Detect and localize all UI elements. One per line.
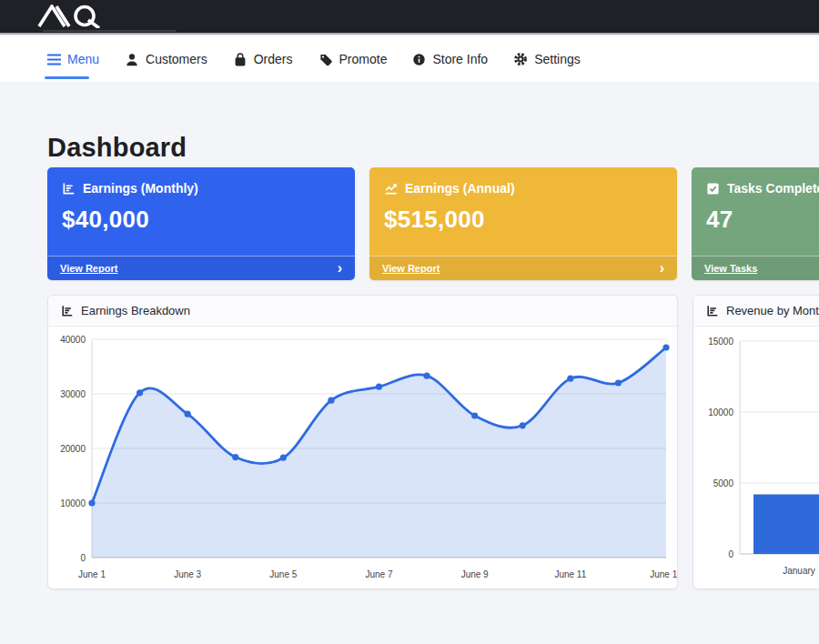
check-square-icon [706,182,720,196]
stat-card-value: $40,000 [47,196,355,234]
person-icon [125,53,139,66]
chevron-right-icon: › [338,261,342,276]
stat-card-earnings-monthly: Earnings (Monthly) $40,000 View Report › [47,167,355,280]
bar-chart-icon [62,182,76,196]
nav-item-promote[interactable]: Promote [318,52,388,66]
svg-text:June 13: June 13 [650,569,677,579]
stat-card-header: Earnings (Monthly) [47,167,355,196]
bag-icon [233,53,248,66]
stat-card-title: Earnings (Monthly) [83,181,198,196]
logo-underline [43,30,176,32]
svg-text:June 5: June 5 [269,569,297,579]
bar-chart-area: 050001000015000January [693,327,819,589]
svg-text:40000: 40000 [60,335,86,345]
line-chart-icon [384,182,398,196]
earnings-line-chart: 010000200003000040000June 1June 3June 5J… [48,327,677,589]
nav-label: Settings [534,52,581,66]
page-title: Dashboard [47,133,187,163]
stat-card-footer: View Report › [47,256,355,280]
svg-text:15000: 15000 [708,337,733,347]
brand-logo-icon[interactable] [36,5,102,28]
dashboard-screen: Menu Customers Orders Promote [0,0,819,644]
view-report-link[interactable]: View Report [60,263,117,274]
revenue-by-month-card: Revenue by Month 050001000015000January [693,295,819,589]
nav-item-customers[interactable]: Customers [125,52,207,66]
tag-icon [318,53,333,66]
nav-label: Orders [254,52,293,66]
chart-card-header: Earnings Breakdown [48,296,677,327]
svg-text:5000: 5000 [713,478,734,488]
gear-icon [513,52,528,66]
charts-row: Earnings Breakdown 010000200003000040000… [47,295,819,589]
stat-card-title: Tasks Completed [727,181,819,196]
stat-card-earnings-annual: Earnings (Annual) $515,000 View Report › [369,167,677,280]
svg-text:30000: 30000 [60,389,86,399]
view-report-link[interactable]: View Report [382,263,440,274]
main-nav: Menu Customers Orders Promote [0,36,819,82]
chevron-right-icon: › [660,261,664,276]
nav-item-orders[interactable]: Orders [233,52,293,66]
bar-chart-icon [706,305,719,317]
svg-text:0: 0 [728,549,733,559]
stat-card-header: Earnings (Annual) [369,167,677,196]
svg-text:June 11: June 11 [554,569,586,579]
svg-text:June 3: June 3 [174,569,201,579]
stat-card-footer: View Report › [369,256,677,280]
nav-item-menu[interactable]: Menu [47,52,99,66]
nav-label: Store Info [432,52,488,66]
bar-chart-icon [61,305,74,317]
nav-label: Promote [339,52,388,66]
hamburger-icon [47,54,61,65]
stat-cards-row: Earnings (Monthly) $40,000 View Report ›… [47,167,819,280]
svg-text:10000: 10000 [60,498,86,508]
info-icon [412,53,426,66]
svg-text:June 7: June 7 [365,569,392,579]
nav-item-settings[interactable]: Settings [513,52,581,66]
svg-text:June 9: June 9 [461,569,489,579]
stat-card-footer: View Tasks › [692,256,819,280]
svg-text:10000: 10000 [708,408,733,418]
nav-item-store-info[interactable]: Store Info [412,52,488,66]
chart-title: Revenue by Month [726,304,819,317]
nav-label: Customers [146,52,207,66]
active-tab-underline [45,76,89,79]
revenue-bar-chart: 050001000015000January [693,327,819,589]
earnings-breakdown-card: Earnings Breakdown 010000200003000040000… [47,295,678,589]
top-header [0,0,819,35]
chart-card-header: Revenue by Month [693,296,819,327]
stat-card-value: $515,000 [369,196,677,234]
stat-card-title: Earnings (Annual) [405,181,515,196]
svg-text:0: 0 [80,553,86,563]
stat-card-value: 47 [692,196,819,234]
svg-text:January: January [783,566,815,576]
chart-title: Earnings Breakdown [81,304,190,317]
svg-text:June 1: June 1 [78,569,106,579]
stat-card-header: Tasks Completed [692,167,819,196]
stat-card-tasks-completed: Tasks Completed 47 View Tasks › [692,167,819,280]
nav-label: Menu [67,52,99,66]
view-tasks-link[interactable]: View Tasks [704,263,757,274]
line-chart-area: 010000200003000040000June 1June 3June 5J… [48,327,677,589]
svg-text:20000: 20000 [60,444,86,454]
